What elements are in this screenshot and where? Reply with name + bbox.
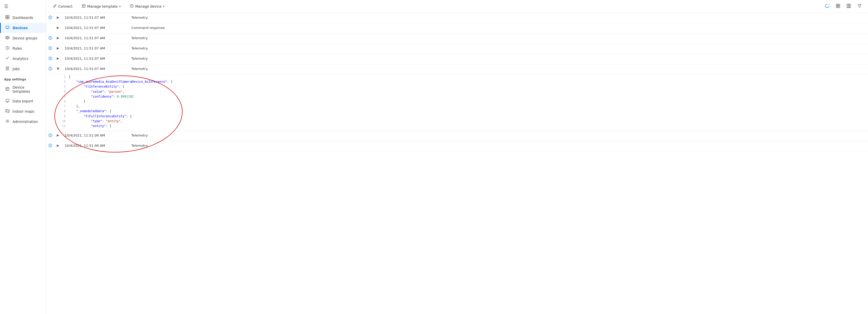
svg-rect-35 <box>847 4 848 8</box>
template-chevron-icon: ▾ <box>119 5 121 8</box>
sidebar-item-dashboards[interactable]: Dashboards <box>0 12 46 23</box>
svg-point-47 <box>50 47 51 48</box>
manage-template-label: Manage template <box>87 4 118 8</box>
expand-icon[interactable]: ▶ <box>54 23 62 30</box>
data-area: ▶ 10/4/2021, 11:51:07 AM Telemetry ▶ 10/… <box>46 13 868 314</box>
sidebar-item-administration[interactable]: Administration <box>0 116 46 127</box>
sidebar-item-analytics-label: Analytics <box>12 57 28 61</box>
table-row-expanded-header: ▼ 10/4/2021, 11:51:07 AM Telemetry <box>46 64 868 74</box>
svg-point-59 <box>50 144 51 145</box>
sidebar-item-rules[interactable]: Rules <box>0 43 46 54</box>
svg-rect-34 <box>838 6 840 8</box>
sidebar-item-jobs-label: Jobs <box>12 67 20 71</box>
devices-icon <box>5 25 10 31</box>
refresh-icon[interactable] <box>824 3 831 10</box>
toolbar: Connect Manage template ▾ Manage device … <box>46 0 868 13</box>
svg-point-53 <box>50 68 51 68</box>
info-icon-empty <box>46 23 54 26</box>
json-line: 10 "type": "entity", <box>62 119 868 124</box>
json-line: 9 "tlFullInferenceEntity": { <box>62 114 868 119</box>
sidebar-item-device-templates[interactable]: Device templates <box>0 83 46 96</box>
svg-point-41 <box>50 16 51 17</box>
table-row: ▶ 10/4/2021, 11:51:06 AM Telemetry <box>46 141 868 151</box>
sidebar-item-device-groups-label: Device groups <box>12 36 37 40</box>
svg-point-12 <box>7 48 8 49</box>
manage-device-button[interactable]: Manage device ▾ <box>128 3 166 10</box>
svg-line-26 <box>56 4 56 5</box>
sidebar-item-dashboards-label: Dashboards <box>12 15 33 20</box>
rules-icon <box>5 46 10 51</box>
filter-icon[interactable] <box>856 3 863 10</box>
sidebar-item-devices[interactable]: Devices <box>0 23 46 33</box>
data-export-icon <box>5 99 10 104</box>
row-timestamp: 10/4/2021, 11:51:07 AM <box>62 23 128 32</box>
row-type: Telemetry <box>128 54 151 63</box>
manage-template-button[interactable]: Manage template ▾ <box>80 3 122 10</box>
sidebar-item-data-export[interactable]: Data export <box>0 96 46 106</box>
json-line: 4 "value": "person", <box>62 90 868 94</box>
expand-icon[interactable]: ▶ <box>54 44 62 50</box>
expand-icon[interactable]: ▶ <box>54 34 62 40</box>
sidebar: ☰ Dashboards Devices Device groups Rules… <box>0 0 46 314</box>
table-row: ▶ 10/4/2021, 11:51:07 AM Command respons… <box>46 23 868 34</box>
info-icon[interactable] <box>46 141 54 147</box>
grid-view-icon[interactable] <box>835 3 841 10</box>
connect-icon <box>53 4 57 9</box>
expand-icon[interactable]: ▶ <box>54 54 62 60</box>
app-settings-label: App settings <box>0 74 46 83</box>
info-icon[interactable] <box>46 131 54 137</box>
expand-icon[interactable]: ▶ <box>54 131 62 137</box>
template-icon <box>82 4 86 9</box>
json-line: 8 "_unmodeleddata": { <box>62 109 868 114</box>
row-timestamp: 10/4/2021, 11:51:07 AM <box>62 44 128 53</box>
row-type: Telemetry <box>128 131 151 140</box>
administration-icon <box>5 119 10 124</box>
json-line: 7 }, <box>62 104 868 109</box>
row-type: Command response <box>128 23 168 32</box>
columns-icon[interactable] <box>845 3 852 10</box>
svg-rect-3 <box>8 18 9 19</box>
dashboards-icon <box>5 15 10 20</box>
manage-device-label: Manage device <box>135 4 161 8</box>
table-row: ▶ 10/4/2021, 11:51:07 AM Telemetry <box>46 44 868 54</box>
sidebar-item-indoor-maps-label: Indoor maps <box>12 109 34 113</box>
connect-label: Connect <box>58 4 72 8</box>
svg-rect-8 <box>7 36 8 39</box>
sidebar-item-indoor-maps[interactable]: Indoor maps <box>0 106 46 116</box>
sidebar-item-jobs[interactable]: Jobs <box>0 64 46 74</box>
manage-device-icon <box>130 4 134 9</box>
menu-icon[interactable]: ☰ <box>0 0 46 12</box>
jobs-icon <box>5 66 10 71</box>
info-icon[interactable] <box>46 54 54 60</box>
sidebar-item-administration-label: Administration <box>12 119 38 124</box>
info-icon[interactable] <box>46 34 54 40</box>
row-type: Telemetry <box>128 64 151 73</box>
info-icon[interactable] <box>46 64 54 70</box>
svg-rect-4 <box>6 26 9 28</box>
svg-point-56 <box>50 134 51 135</box>
svg-rect-37 <box>849 4 850 8</box>
collapse-icon[interactable]: ▼ <box>54 64 62 70</box>
sidebar-item-device-groups[interactable]: Device groups <box>0 33 46 43</box>
row-type: Telemetry <box>128 34 151 42</box>
json-line: 11 "entity": { <box>62 124 868 129</box>
info-icon[interactable] <box>46 13 54 19</box>
svg-rect-17 <box>6 88 9 91</box>
svg-rect-0 <box>6 15 7 17</box>
connect-button[interactable]: Connect <box>51 3 74 10</box>
sidebar-item-analytics[interactable]: Analytics <box>0 54 46 64</box>
toolbar-right-actions <box>824 3 863 10</box>
expand-icon[interactable]: ▶ <box>54 13 62 19</box>
device-templates-icon <box>5 87 10 92</box>
expand-icon[interactable]: ▶ <box>54 141 62 147</box>
sidebar-item-rules-label: Rules <box>12 46 22 50</box>
device-groups-icon <box>5 36 10 41</box>
svg-rect-1 <box>8 15 9 17</box>
indoor-maps-icon <box>5 109 10 114</box>
sidebar-item-device-templates-label: Device templates <box>12 85 42 94</box>
svg-rect-9 <box>8 37 9 38</box>
svg-point-25 <box>7 120 8 122</box>
table-row: ▶ 10/4/2021, 11:51:07 AM Telemetry <box>46 54 868 64</box>
row-timestamp: 10/4/2021, 11:51:06 AM <box>62 131 128 140</box>
info-icon[interactable] <box>46 44 54 50</box>
